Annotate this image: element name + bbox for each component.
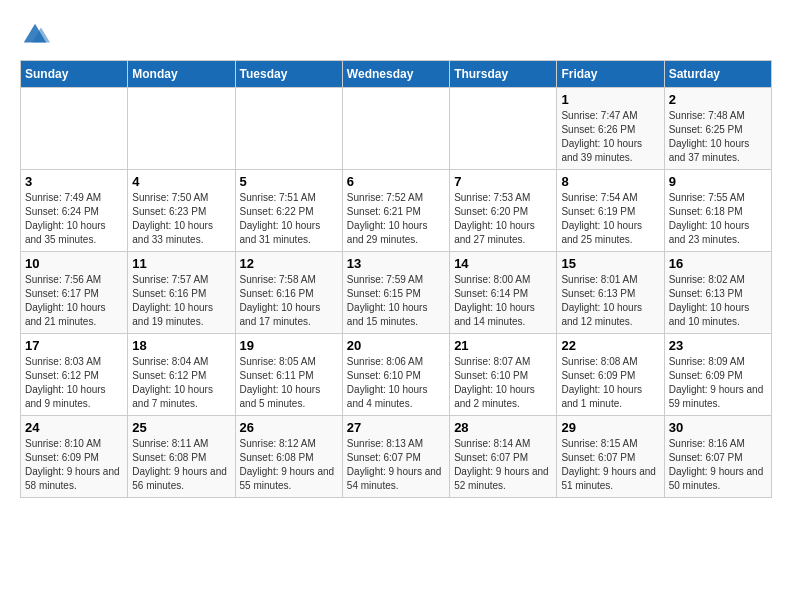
calendar-cell: [450, 88, 557, 170]
day-number: 11: [132, 256, 230, 271]
calendar-cell: 15Sunrise: 8:01 AM Sunset: 6:13 PM Dayli…: [557, 252, 664, 334]
calendar-cell: 1Sunrise: 7:47 AM Sunset: 6:26 PM Daylig…: [557, 88, 664, 170]
day-number: 2: [669, 92, 767, 107]
day-number: 8: [561, 174, 659, 189]
calendar-cell: 28Sunrise: 8:14 AM Sunset: 6:07 PM Dayli…: [450, 416, 557, 498]
calendar-cell: 19Sunrise: 8:05 AM Sunset: 6:11 PM Dayli…: [235, 334, 342, 416]
day-info: Sunrise: 7:53 AM Sunset: 6:20 PM Dayligh…: [454, 191, 552, 247]
day-info: Sunrise: 8:16 AM Sunset: 6:07 PM Dayligh…: [669, 437, 767, 493]
day-info: Sunrise: 8:15 AM Sunset: 6:07 PM Dayligh…: [561, 437, 659, 493]
col-header-monday: Monday: [128, 61, 235, 88]
day-number: 29: [561, 420, 659, 435]
day-number: 25: [132, 420, 230, 435]
day-number: 17: [25, 338, 123, 353]
calendar-cell: 21Sunrise: 8:07 AM Sunset: 6:10 PM Dayli…: [450, 334, 557, 416]
calendar-cell: 23Sunrise: 8:09 AM Sunset: 6:09 PM Dayli…: [664, 334, 771, 416]
day-number: 30: [669, 420, 767, 435]
day-info: Sunrise: 7:51 AM Sunset: 6:22 PM Dayligh…: [240, 191, 338, 247]
day-number: 3: [25, 174, 123, 189]
day-info: Sunrise: 8:11 AM Sunset: 6:08 PM Dayligh…: [132, 437, 230, 493]
calendar-cell: 30Sunrise: 8:16 AM Sunset: 6:07 PM Dayli…: [664, 416, 771, 498]
day-info: Sunrise: 7:49 AM Sunset: 6:24 PM Dayligh…: [25, 191, 123, 247]
day-info: Sunrise: 7:58 AM Sunset: 6:16 PM Dayligh…: [240, 273, 338, 329]
day-info: Sunrise: 7:52 AM Sunset: 6:21 PM Dayligh…: [347, 191, 445, 247]
day-number: 24: [25, 420, 123, 435]
day-number: 9: [669, 174, 767, 189]
day-number: 5: [240, 174, 338, 189]
day-info: Sunrise: 7:47 AM Sunset: 6:26 PM Dayligh…: [561, 109, 659, 165]
logo: [20, 20, 54, 50]
day-number: 4: [132, 174, 230, 189]
calendar-cell: 29Sunrise: 8:15 AM Sunset: 6:07 PM Dayli…: [557, 416, 664, 498]
calendar-table: SundayMondayTuesdayWednesdayThursdayFrid…: [20, 60, 772, 498]
day-info: Sunrise: 7:55 AM Sunset: 6:18 PM Dayligh…: [669, 191, 767, 247]
day-info: Sunrise: 8:09 AM Sunset: 6:09 PM Dayligh…: [669, 355, 767, 411]
calendar-cell: 5Sunrise: 7:51 AM Sunset: 6:22 PM Daylig…: [235, 170, 342, 252]
calendar-cell: 4Sunrise: 7:50 AM Sunset: 6:23 PM Daylig…: [128, 170, 235, 252]
calendar-cell: 3Sunrise: 7:49 AM Sunset: 6:24 PM Daylig…: [21, 170, 128, 252]
col-header-wednesday: Wednesday: [342, 61, 449, 88]
calendar-cell: 2Sunrise: 7:48 AM Sunset: 6:25 PM Daylig…: [664, 88, 771, 170]
calendar-cell: 7Sunrise: 7:53 AM Sunset: 6:20 PM Daylig…: [450, 170, 557, 252]
day-info: Sunrise: 8:06 AM Sunset: 6:10 PM Dayligh…: [347, 355, 445, 411]
day-info: Sunrise: 7:48 AM Sunset: 6:25 PM Dayligh…: [669, 109, 767, 165]
day-number: 13: [347, 256, 445, 271]
day-info: Sunrise: 8:03 AM Sunset: 6:12 PM Dayligh…: [25, 355, 123, 411]
day-info: Sunrise: 7:56 AM Sunset: 6:17 PM Dayligh…: [25, 273, 123, 329]
day-number: 22: [561, 338, 659, 353]
col-header-tuesday: Tuesday: [235, 61, 342, 88]
day-number: 21: [454, 338, 552, 353]
col-header-friday: Friday: [557, 61, 664, 88]
day-info: Sunrise: 8:14 AM Sunset: 6:07 PM Dayligh…: [454, 437, 552, 493]
calendar-cell: 14Sunrise: 8:00 AM Sunset: 6:14 PM Dayli…: [450, 252, 557, 334]
calendar-cell: 18Sunrise: 8:04 AM Sunset: 6:12 PM Dayli…: [128, 334, 235, 416]
col-header-saturday: Saturday: [664, 61, 771, 88]
calendar-cell: 17Sunrise: 8:03 AM Sunset: 6:12 PM Dayli…: [21, 334, 128, 416]
day-number: 23: [669, 338, 767, 353]
day-info: Sunrise: 8:07 AM Sunset: 6:10 PM Dayligh…: [454, 355, 552, 411]
page-header: [20, 20, 772, 50]
logo-icon: [20, 20, 50, 50]
calendar-cell: 12Sunrise: 7:58 AM Sunset: 6:16 PM Dayli…: [235, 252, 342, 334]
col-header-sunday: Sunday: [21, 61, 128, 88]
day-info: Sunrise: 7:54 AM Sunset: 6:19 PM Dayligh…: [561, 191, 659, 247]
day-number: 1: [561, 92, 659, 107]
calendar-cell: 25Sunrise: 8:11 AM Sunset: 6:08 PM Dayli…: [128, 416, 235, 498]
calendar-cell: [235, 88, 342, 170]
calendar-cell: 11Sunrise: 7:57 AM Sunset: 6:16 PM Dayli…: [128, 252, 235, 334]
day-info: Sunrise: 8:12 AM Sunset: 6:08 PM Dayligh…: [240, 437, 338, 493]
col-header-thursday: Thursday: [450, 61, 557, 88]
calendar-cell: 9Sunrise: 7:55 AM Sunset: 6:18 PM Daylig…: [664, 170, 771, 252]
calendar-cell: 10Sunrise: 7:56 AM Sunset: 6:17 PM Dayli…: [21, 252, 128, 334]
day-number: 20: [347, 338, 445, 353]
calendar-cell: 13Sunrise: 7:59 AM Sunset: 6:15 PM Dayli…: [342, 252, 449, 334]
day-number: 12: [240, 256, 338, 271]
day-info: Sunrise: 8:10 AM Sunset: 6:09 PM Dayligh…: [25, 437, 123, 493]
day-number: 27: [347, 420, 445, 435]
calendar-cell: [128, 88, 235, 170]
day-info: Sunrise: 7:57 AM Sunset: 6:16 PM Dayligh…: [132, 273, 230, 329]
calendar-cell: [21, 88, 128, 170]
day-info: Sunrise: 8:00 AM Sunset: 6:14 PM Dayligh…: [454, 273, 552, 329]
day-info: Sunrise: 8:13 AM Sunset: 6:07 PM Dayligh…: [347, 437, 445, 493]
day-number: 28: [454, 420, 552, 435]
day-info: Sunrise: 7:50 AM Sunset: 6:23 PM Dayligh…: [132, 191, 230, 247]
day-number: 10: [25, 256, 123, 271]
day-number: 18: [132, 338, 230, 353]
calendar-cell: 22Sunrise: 8:08 AM Sunset: 6:09 PM Dayli…: [557, 334, 664, 416]
day-info: Sunrise: 8:08 AM Sunset: 6:09 PM Dayligh…: [561, 355, 659, 411]
day-info: Sunrise: 8:04 AM Sunset: 6:12 PM Dayligh…: [132, 355, 230, 411]
day-number: 15: [561, 256, 659, 271]
day-info: Sunrise: 7:59 AM Sunset: 6:15 PM Dayligh…: [347, 273, 445, 329]
calendar-cell: 20Sunrise: 8:06 AM Sunset: 6:10 PM Dayli…: [342, 334, 449, 416]
calendar-cell: 6Sunrise: 7:52 AM Sunset: 6:21 PM Daylig…: [342, 170, 449, 252]
calendar-cell: [342, 88, 449, 170]
calendar-cell: 16Sunrise: 8:02 AM Sunset: 6:13 PM Dayli…: [664, 252, 771, 334]
day-info: Sunrise: 8:01 AM Sunset: 6:13 PM Dayligh…: [561, 273, 659, 329]
day-number: 7: [454, 174, 552, 189]
calendar-cell: 8Sunrise: 7:54 AM Sunset: 6:19 PM Daylig…: [557, 170, 664, 252]
day-number: 14: [454, 256, 552, 271]
day-number: 19: [240, 338, 338, 353]
calendar-cell: 26Sunrise: 8:12 AM Sunset: 6:08 PM Dayli…: [235, 416, 342, 498]
calendar-cell: 27Sunrise: 8:13 AM Sunset: 6:07 PM Dayli…: [342, 416, 449, 498]
